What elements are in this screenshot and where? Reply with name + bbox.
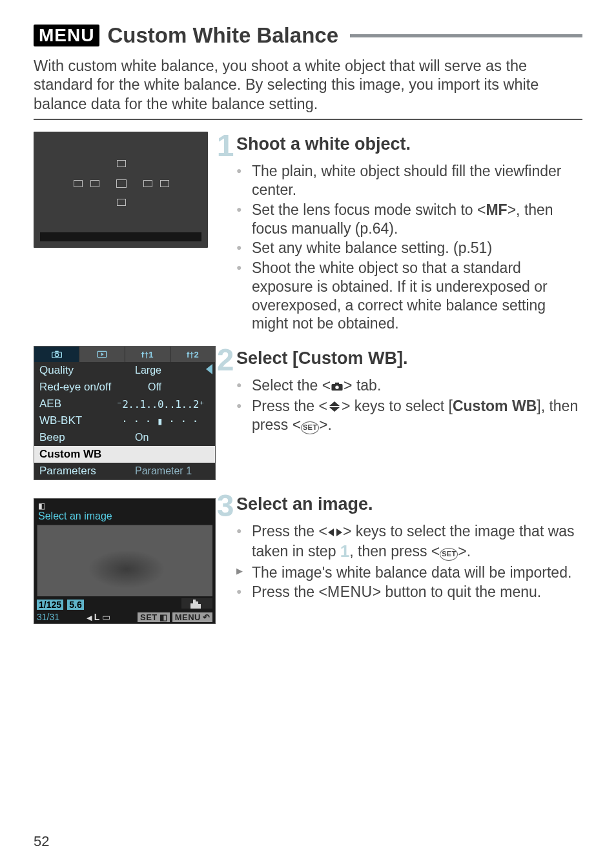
section-divider [34, 119, 582, 120]
image-count: 31/31 [37, 612, 59, 622]
menu-screenshot: f†1 f†2 Quality Large Red-eye on/off Off… [34, 346, 214, 480]
set-icon: SET [301, 421, 319, 434]
svg-rect-11 [193, 600, 196, 609]
s2-b1: Select the <> tab. [236, 376, 582, 396]
row-beep: Beep On [34, 429, 215, 446]
step-1: 1 Shoot a white object. The plain, white… [34, 132, 582, 334]
step-1-number: 1 [216, 132, 235, 159]
svg-rect-13 [190, 603, 193, 609]
intro-paragraph: With custom white balance, you shoot a w… [34, 57, 582, 114]
svg-marker-4 [101, 352, 104, 356]
row-quality: Quality Large [34, 362, 215, 379]
size-badge: L [94, 612, 100, 622]
thumb-icon: ▭ [102, 612, 110, 622]
step-1-title: Shoot a white object. [236, 134, 411, 154]
customwb-icon: ◧ [38, 501, 45, 510]
svg-point-7 [335, 386, 338, 389]
svg-rect-1 [55, 351, 58, 353]
row-parameters: Parameters Parameter 1 [34, 463, 215, 479]
page-title-row: MENU Custom White Balance [34, 23, 582, 48]
svg-rect-12 [196, 601, 198, 609]
menu-scroll-arrow [206, 364, 212, 374]
step-3-number: 3 [216, 492, 235, 520]
svg-rect-6 [335, 383, 339, 385]
svg-marker-15 [328, 529, 334, 536]
tab-setup1: f†1 [125, 347, 170, 362]
manual-page: MENU Custom White Balance With custom wh… [0, 0, 616, 868]
menu-keycap: MENU [327, 583, 373, 600]
tab-shooting [34, 347, 79, 362]
viewfinder-graphic [34, 132, 214, 248]
left-right-icon [327, 523, 343, 540]
page-title: Custom White Balance [107, 23, 338, 48]
svg-marker-8 [329, 401, 340, 406]
step-2: f†1 f†2 Quality Large Red-eye on/off Off… [34, 346, 582, 480]
title-bar [350, 34, 582, 37]
svg-rect-14 [198, 604, 201, 609]
svg-point-2 [55, 353, 58, 356]
s1-b3: Set any white balance setting. (p.51) [236, 239, 582, 257]
s1-b2: Set the lens focus mode switch to <MF>, … [236, 201, 582, 238]
image-select-screenshot: ◧ Select an image 1/125 5.6 31/31 ◀ [34, 492, 214, 624]
svg-marker-16 [336, 529, 342, 536]
s2-b2: Press the <> keys to select [Custom WB],… [236, 397, 582, 434]
shutter-badge: 1/125 [37, 600, 63, 610]
row-aeb: AEB ⁻2..1..0..1..2⁺ [34, 396, 215, 412]
camera-icon [331, 377, 344, 396]
menu-return-badge: MENU ↶ [172, 612, 212, 622]
step-3-title: Select an image. [236, 494, 373, 514]
page-number: 52 [34, 833, 49, 850]
histogram-icon [181, 598, 212, 611]
s1-b4: Shoot the white object so that a standar… [236, 259, 582, 333]
s1-b1: The plain, white object should fill the … [236, 162, 582, 199]
s3-b2: The image's white balance data will be i… [236, 563, 582, 582]
set-icon: SET [440, 548, 458, 561]
step-ref-1: 1 [340, 541, 349, 561]
row-wbbkt: WB-BKT · · · ▮ · · · [34, 412, 215, 429]
step-2-title: Select [Custom WB]. [236, 348, 408, 368]
up-down-icon [327, 398, 342, 414]
preview-area [37, 525, 212, 596]
menu-badge: MENU [34, 25, 99, 46]
tab-setup2: f†2 [170, 347, 215, 362]
svg-marker-9 [329, 407, 340, 412]
step-2-number: 2 [216, 346, 235, 374]
left-arrow-icon: ◀ [87, 614, 92, 621]
row-customwb: Custom WB [34, 446, 215, 463]
row-redeye: Red-eye on/off Off [34, 379, 215, 396]
select-an-image-text: Select an image [34, 510, 215, 523]
tab-playback [79, 347, 125, 362]
aperture-badge: 5.6 [67, 600, 83, 610]
step-3: ◧ Select an image 1/125 5.6 31/31 ◀ [34, 492, 582, 624]
s3-b3: Press the <MENU> button to quit the menu… [236, 583, 582, 601]
set-badge: SET ◧ [138, 612, 170, 622]
s3-b1: Press the <> keys to select the image th… [236, 522, 582, 561]
